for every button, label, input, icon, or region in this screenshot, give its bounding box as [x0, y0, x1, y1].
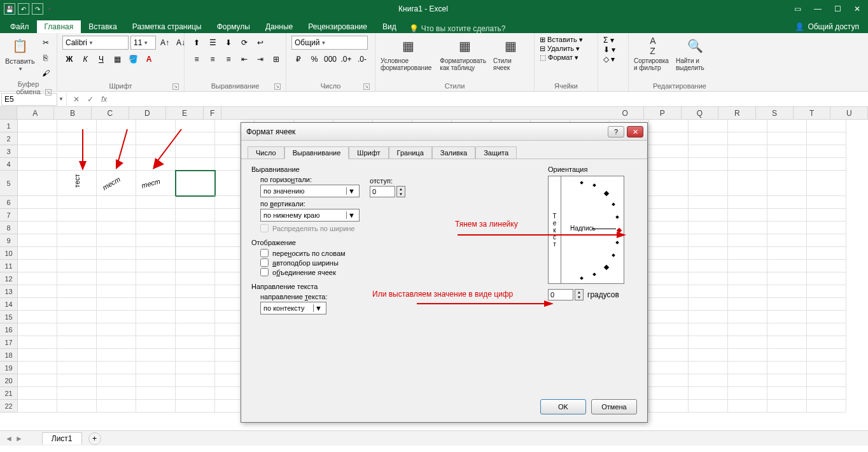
cell[interactable]	[97, 362, 136, 374]
row-header[interactable]: 19	[0, 362, 18, 374]
row-header[interactable]: 16	[0, 323, 18, 336]
cell[interactable]	[57, 400, 97, 413]
cell[interactable]	[176, 362, 215, 374]
cell[interactable]: тест	[57, 171, 97, 196]
cell[interactable]	[57, 234, 97, 247]
cell[interactable]	[767, 222, 807, 234]
cell[interactable]	[689, 196, 728, 209]
number-format-combo[interactable]: Общий▼	[291, 36, 368, 50]
dlg-tab-protection[interactable]: Защита	[475, 146, 517, 159]
cell[interactable]	[728, 400, 767, 413]
new-sheet-button[interactable]: +	[88, 432, 101, 445]
row-header[interactable]: 11	[0, 260, 18, 272]
delete-cells-button[interactable]: ⊟ Удалить ▾	[540, 45, 580, 53]
cell[interactable]	[767, 209, 807, 222]
cell[interactable]	[689, 272, 728, 285]
save-icon[interactable]: 💾	[4, 3, 15, 15]
cell[interactable]	[136, 400, 176, 413]
cell[interactable]	[57, 260, 97, 272]
cell[interactable]	[176, 349, 215, 362]
increase-indent-icon[interactable]: ⇥	[253, 52, 267, 66]
dlg-tab-font[interactable]: Шрифт	[349, 146, 388, 159]
cell[interactable]	[689, 120, 728, 132]
cell[interactable]	[728, 120, 767, 132]
cell[interactable]	[97, 336, 136, 349]
horizontal-align-select[interactable]: по значению▼	[260, 185, 360, 197]
row-header[interactable]: 17	[0, 336, 18, 349]
cell[interactable]	[649, 285, 689, 298]
cell[interactable]	[767, 387, 807, 400]
undo-icon[interactable]: ↶	[18, 3, 29, 15]
col-header[interactable]: S	[756, 107, 794, 119]
cell[interactable]	[136, 158, 176, 171]
cell[interactable]	[97, 196, 136, 209]
conditional-formatting-button[interactable]: ▦Условное форматирование	[381, 36, 436, 71]
cell[interactable]	[649, 260, 689, 272]
cell[interactable]	[97, 311, 136, 323]
cell[interactable]	[57, 362, 97, 374]
cell[interactable]	[649, 222, 689, 234]
cell[interactable]	[807, 132, 846, 145]
row-header[interactable]: 18	[0, 349, 18, 362]
row-header[interactable]: 9	[0, 234, 18, 247]
cell[interactable]	[97, 234, 136, 247]
cell[interactable]	[689, 260, 728, 272]
cell[interactable]	[136, 387, 176, 400]
cell[interactable]	[136, 362, 176, 374]
cell[interactable]	[649, 362, 689, 374]
increase-font-icon[interactable]: A↑	[158, 36, 172, 50]
cell[interactable]	[689, 247, 728, 260]
format-as-table-button[interactable]: ▦Форматировать как таблицу	[440, 36, 489, 71]
cell[interactable]	[18, 323, 57, 336]
cell[interactable]	[136, 196, 176, 209]
tab-home[interactable]: Главная	[37, 20, 81, 33]
row-header[interactable]: 8	[0, 222, 18, 234]
cell[interactable]	[689, 400, 728, 413]
cell[interactable]	[728, 336, 767, 349]
cell[interactable]	[689, 158, 728, 171]
cell[interactable]	[57, 247, 97, 260]
cell[interactable]	[57, 196, 97, 209]
cell[interactable]	[767, 145, 807, 158]
tab-file[interactable]: Файл	[3, 20, 37, 33]
cell[interactable]	[176, 158, 215, 171]
dlg-tab-number[interactable]: Число	[248, 146, 284, 159]
cell[interactable]	[689, 285, 728, 298]
cell[interactable]	[97, 209, 136, 222]
cell[interactable]	[649, 336, 689, 349]
row-header[interactable]: 2	[0, 132, 18, 145]
cell[interactable]	[689, 132, 728, 145]
autosum-icon[interactable]: Σ ▾	[603, 36, 614, 45]
cell[interactable]	[176, 298, 215, 311]
cell[interactable]	[728, 247, 767, 260]
cell[interactable]	[728, 209, 767, 222]
cell[interactable]	[689, 349, 728, 362]
cell[interactable]	[57, 336, 97, 349]
cell[interactable]	[728, 132, 767, 145]
align-left-icon[interactable]: ≡	[190, 52, 204, 66]
cell[interactable]	[689, 362, 728, 374]
cell[interactable]	[18, 298, 57, 311]
merge-cells-checkbox[interactable]	[260, 268, 269, 276]
cell[interactable]	[136, 374, 176, 387]
find-select-button[interactable]: 🔍Найти и выделить	[676, 36, 714, 71]
text-direction-select[interactable]: по контексту▼	[260, 302, 326, 314]
cell[interactable]	[136, 272, 176, 285]
clear-icon[interactable]: ◇ ▾	[603, 55, 615, 64]
row-header[interactable]: 15	[0, 311, 18, 323]
orientation-icon[interactable]: ⟳	[237, 36, 251, 50]
cell[interactable]	[728, 222, 767, 234]
col-header[interactable]: P	[644, 107, 682, 119]
ribbon-options-icon[interactable]: ▭	[794, 4, 801, 13]
dialog-launcher-icon[interactable]: ↘	[363, 83, 370, 90]
cell[interactable]	[767, 158, 807, 171]
cell[interactable]	[57, 374, 97, 387]
cell[interactable]	[136, 260, 176, 272]
cell[interactable]	[649, 311, 689, 323]
dialog-help-button[interactable]: ?	[608, 126, 624, 138]
cell[interactable]	[18, 158, 57, 171]
cell[interactable]	[176, 285, 215, 298]
cell[interactable]	[767, 311, 807, 323]
cell[interactable]	[649, 158, 689, 171]
border-icon[interactable]: ▦	[110, 52, 124, 66]
